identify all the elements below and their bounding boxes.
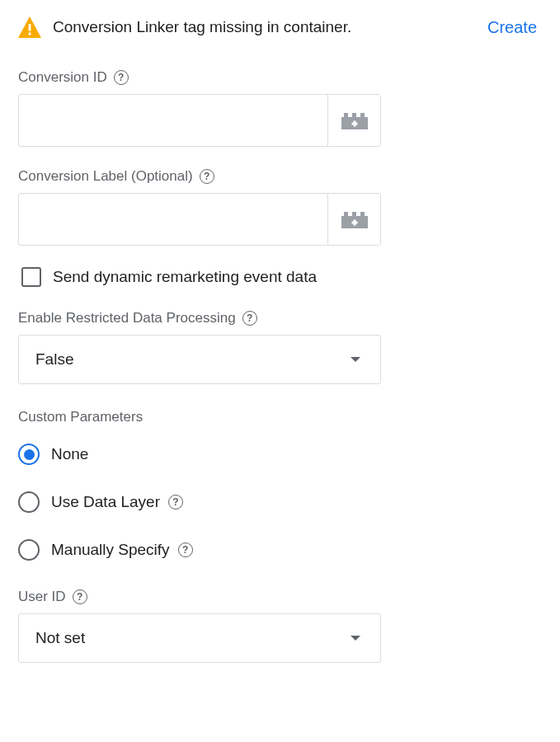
- user-id-value: Not set: [35, 629, 85, 647]
- conversion-id-label-row: Conversion ID ?: [18, 69, 542, 86]
- variable-picker-button[interactable]: [327, 95, 380, 146]
- svg-rect-13: [351, 222, 357, 224]
- user-id-label-row: User ID ?: [18, 589, 542, 605]
- radio-option-data-layer: Use Data Layer ?: [18, 491, 542, 513]
- svg-rect-10: [352, 212, 356, 216]
- radio-data-layer[interactable]: [18, 491, 40, 513]
- remarketing-checkbox-row: Send dynamic remarketing event data: [21, 267, 542, 287]
- conversion-id-input-row: [18, 94, 381, 147]
- svg-rect-11: [360, 212, 365, 216]
- help-icon[interactable]: ?: [114, 70, 129, 85]
- custom-parameters-radio-group: None Use Data Layer ? Manually Specify ?: [18, 444, 542, 561]
- conversion-label-input[interactable]: [19, 194, 327, 245]
- conversion-id-label: Conversion ID: [18, 69, 107, 86]
- conversion-id-input[interactable]: [19, 95, 327, 146]
- help-icon[interactable]: ?: [200, 169, 214, 184]
- conversion-label-label: Conversion Label (Optional): [18, 168, 193, 185]
- help-icon[interactable]: ?: [242, 311, 257, 326]
- restricted-data-select[interactable]: False: [18, 335, 381, 384]
- conversion-label-field: Conversion Label (Optional) ?: [18, 168, 542, 246]
- restricted-data-field: Enable Restricted Data Processing ? Fals…: [18, 310, 542, 384]
- alert-message: Conversion Linker tag missing in contain…: [18, 16, 351, 38]
- user-id-label: User ID: [18, 589, 66, 605]
- svg-rect-3: [344, 113, 348, 117]
- svg-rect-4: [352, 113, 356, 117]
- svg-rect-7: [351, 123, 357, 125]
- conversion-id-field: Conversion ID ?: [18, 69, 542, 147]
- help-icon[interactable]: ?: [168, 495, 183, 510]
- radio-option-none: None: [18, 444, 542, 465]
- restricted-data-label-row: Enable Restricted Data Processing ?: [18, 310, 542, 326]
- chevron-down-icon: [351, 357, 360, 362]
- radio-none[interactable]: [18, 444, 40, 465]
- svg-rect-1: [29, 33, 31, 35]
- chevron-down-icon: [351, 636, 360, 641]
- svg-rect-5: [360, 113, 365, 117]
- user-id-field: User ID ? Not set: [18, 589, 542, 663]
- user-id-select[interactable]: Not set: [18, 613, 381, 663]
- radio-manual-label: Manually Specify ?: [51, 541, 193, 559]
- alert-text: Conversion Linker tag missing in contain…: [53, 18, 351, 36]
- variable-icon: [341, 111, 369, 129]
- remarketing-checkbox[interactable]: [21, 267, 41, 287]
- help-icon[interactable]: ?: [178, 542, 193, 557]
- restricted-data-label: Enable Restricted Data Processing: [18, 310, 236, 326]
- help-icon[interactable]: ?: [73, 589, 87, 604]
- radio-none-label: None: [51, 445, 88, 463]
- warning-icon: [18, 16, 41, 38]
- radio-data-layer-label: Use Data Layer ?: [51, 493, 183, 511]
- radio-manual[interactable]: [18, 539, 40, 561]
- variable-icon: [341, 210, 369, 228]
- alert-banner: Conversion Linker tag missing in contain…: [18, 16, 542, 38]
- svg-rect-9: [344, 212, 348, 216]
- conversion-label-label-row: Conversion Label (Optional) ?: [18, 168, 542, 185]
- conversion-label-input-row: [18, 193, 381, 246]
- svg-rect-0: [29, 24, 31, 31]
- radio-option-manual: Manually Specify ?: [18, 539, 542, 561]
- restricted-data-value: False: [35, 350, 73, 369]
- create-link[interactable]: Create: [487, 18, 542, 37]
- variable-picker-button[interactable]: [327, 194, 380, 245]
- remarketing-checkbox-label: Send dynamic remarketing event data: [53, 268, 317, 286]
- custom-parameters-title: Custom Parameters: [18, 409, 542, 425]
